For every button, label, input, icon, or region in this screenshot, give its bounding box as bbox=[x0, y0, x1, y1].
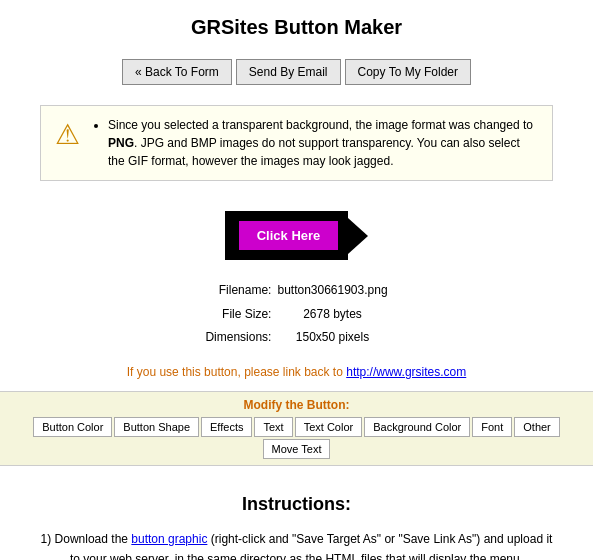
toolbar: « Back To Form Send By Email Copy To My … bbox=[0, 51, 593, 97]
modify-tabs: Button ColorButton ShapeEffectsTextText … bbox=[0, 417, 593, 459]
dimensions-label: Dimensions: bbox=[205, 327, 275, 349]
modify-tab-background-color[interactable]: Background Color bbox=[364, 417, 470, 437]
warning-text-part2: . JPG and BMP images do not support tran… bbox=[108, 136, 520, 168]
link-text: If you use this button, please link back… bbox=[127, 365, 346, 379]
filename-label: Filename: bbox=[205, 280, 275, 302]
modify-tab-button-shape[interactable]: Button Shape bbox=[114, 417, 199, 437]
modify-tab-other[interactable]: Other bbox=[514, 417, 560, 437]
button-preview: Click Here bbox=[0, 193, 593, 268]
dimensions-value: 150x50 pixels bbox=[277, 327, 387, 349]
filesize-value: 2678 bytes bbox=[277, 304, 387, 326]
button-graphic-link[interactable]: button graphic bbox=[131, 532, 207, 546]
instructions-section: Instructions: 1) Download the button gra… bbox=[0, 474, 593, 560]
instructions-title: Instructions: bbox=[40, 494, 553, 515]
warning-text: Since you selected a transparent backgro… bbox=[92, 116, 538, 170]
modify-tab-effects[interactable]: Effects bbox=[201, 417, 252, 437]
step1-pre: 1) Download the bbox=[41, 532, 132, 546]
modify-tab-button-color[interactable]: Button Color bbox=[33, 417, 112, 437]
link-line: If you use this button, please link back… bbox=[0, 355, 593, 391]
warning-text-part1: Since you selected a transparent backgro… bbox=[108, 118, 533, 132]
warning-box: ⚠ Since you selected a transparent backg… bbox=[40, 105, 553, 181]
file-info: Filename: button30661903.png File Size: … bbox=[0, 268, 593, 355]
button-graphic[interactable]: Click Here bbox=[225, 211, 369, 260]
modify-tab-move-text[interactable]: Move Text bbox=[263, 439, 331, 459]
grsites-link[interactable]: http://www.grsites.com bbox=[346, 365, 466, 379]
warning-icon: ⚠ bbox=[55, 118, 80, 151]
copy-to-folder-button[interactable]: Copy To My Folder bbox=[345, 59, 471, 85]
filename-value: button30661903.png bbox=[277, 280, 387, 302]
modify-tab-text-color[interactable]: Text Color bbox=[295, 417, 363, 437]
modify-tab-text[interactable]: Text bbox=[254, 417, 292, 437]
modify-title: Modify the Button: bbox=[0, 398, 593, 412]
modify-section: Modify the Button: Button ColorButton Sh… bbox=[0, 391, 593, 466]
warning-format: PNG bbox=[108, 136, 134, 150]
back-to-form-button[interactable]: « Back To Form bbox=[122, 59, 232, 85]
send-by-email-button[interactable]: Send By Email bbox=[236, 59, 341, 85]
page-title: GRSites Button Maker bbox=[0, 0, 593, 51]
modify-tab-font[interactable]: Font bbox=[472, 417, 512, 437]
instructions-text: 1) Download the button graphic (right-cl… bbox=[40, 529, 553, 560]
filesize-label: File Size: bbox=[205, 304, 275, 326]
button-label: Click Here bbox=[239, 221, 339, 250]
